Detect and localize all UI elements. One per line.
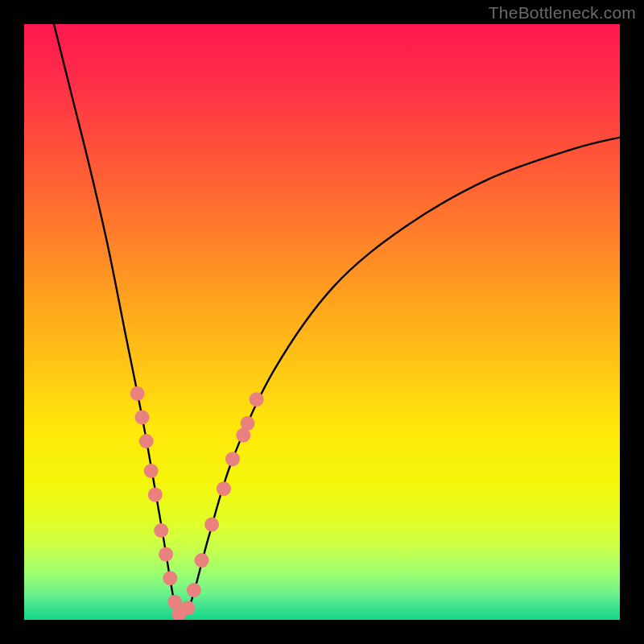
data-marker — [187, 583, 201, 597]
data-marker — [130, 386, 145, 401]
data-markers — [130, 386, 264, 620]
bottleneck-curve — [54, 24, 620, 620]
data-marker — [163, 571, 177, 585]
plot-area — [24, 24, 620, 620]
chart-frame: TheBottleneck.com — [0, 0, 644, 644]
data-marker — [135, 410, 150, 424]
data-marker — [204, 518, 219, 532]
data-marker — [217, 481, 231, 496]
data-marker — [159, 547, 173, 562]
data-marker — [195, 553, 209, 568]
data-marker — [250, 392, 264, 407]
data-marker — [148, 488, 163, 502]
data-marker — [139, 434, 154, 448]
data-marker — [225, 452, 240, 466]
data-marker — [181, 601, 196, 615]
data-marker — [241, 416, 255, 431]
watermark-text: TheBottleneck.com — [489, 3, 636, 23]
data-marker — [144, 464, 159, 478]
curve-layer — [24, 24, 620, 620]
data-marker — [154, 523, 168, 538]
